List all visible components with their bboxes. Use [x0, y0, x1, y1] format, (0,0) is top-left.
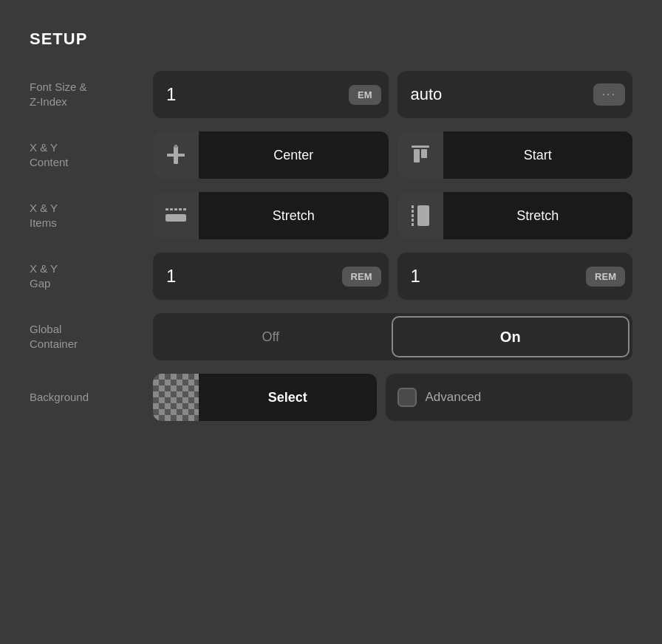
setup-title: SETUP — [30, 30, 632, 49]
font-size-unit-button[interactable]: EM — [349, 85, 381, 105]
items-y-icon-area — [397, 192, 443, 239]
advanced-checkbox[interactable] — [397, 388, 417, 407]
content-y-icon-area — [397, 131, 443, 179]
label-xy-gap: X & YGap — [30, 261, 144, 292]
align-top-icon — [409, 143, 432, 167]
row-font-size-zindex: Font Size &Z-Index 1 EM auto ··· — [30, 71, 632, 118]
svg-rect-4 — [414, 149, 420, 162]
background-checker — [153, 374, 199, 421]
stretch-y-icon — [407, 202, 434, 229]
svg-rect-1 — [167, 154, 185, 157]
ctrl-items-x[interactable]: Stretch — [153, 192, 389, 239]
svg-rect-2 — [174, 145, 177, 148]
svg-rect-9 — [179, 208, 182, 210]
label-font-size-zindex: Font Size &Z-Index — [30, 80, 144, 110]
gap-y-value: 1 — [411, 266, 420, 287]
svg-rect-7 — [170, 208, 173, 210]
stretch-x-icon — [163, 202, 189, 229]
controls-background: Select Advanced — [153, 374, 632, 421]
ctrl-zindex[interactable]: auto ··· — [397, 71, 633, 118]
zindex-value: auto — [411, 85, 443, 104]
ctrl-gap-x[interactable]: 1 REM — [153, 253, 389, 300]
label-xy-items: X & YItems — [30, 201, 144, 231]
ctrl-content-x[interactable]: Center — [153, 131, 389, 179]
ctrl-advanced[interactable]: Advanced — [386, 374, 633, 421]
svg-rect-13 — [412, 210, 414, 213]
svg-rect-10 — [183, 208, 186, 210]
svg-rect-5 — [421, 149, 427, 158]
label-background: Background — [30, 390, 144, 405]
row-global-container: GlobalContainer Off On — [30, 313, 632, 360]
label-xy-content: X & YContent — [30, 140, 144, 171]
gap-x-value: 1 — [166, 266, 176, 287]
items-x-icon-area — [153, 192, 199, 239]
controls-global-container: Off On — [153, 313, 632, 360]
font-size-value: 1 — [166, 84, 176, 105]
row-xy-gap: X & YGap 1 REM 1 REM — [30, 253, 632, 300]
svg-rect-3 — [412, 145, 429, 148]
ctrl-background-select[interactable]: Select — [153, 374, 377, 421]
gap-x-unit-button[interactable]: REM — [342, 267, 381, 287]
svg-rect-6 — [166, 208, 168, 210]
content-x-label: Center — [199, 131, 389, 179]
controls-xy-content: Center Start — [153, 131, 632, 179]
ctrl-content-y[interactable]: Start — [397, 131, 633, 179]
svg-rect-14 — [412, 214, 414, 217]
controls-font-size-zindex: 1 EM auto ··· — [153, 71, 632, 118]
row-background: Background Select Advanced — [30, 374, 632, 421]
items-x-label: Stretch — [199, 192, 389, 239]
zindex-more-button[interactable]: ··· — [593, 83, 625, 106]
advanced-label: Advanced — [426, 390, 482, 405]
ctrl-items-y[interactable]: Stretch — [397, 192, 633, 239]
row-xy-items: X & YItems Stretch — [30, 192, 632, 239]
gap-y-unit-button[interactable]: REM — [586, 267, 625, 287]
center-horizontal-icon — [164, 143, 188, 167]
toggle-off-button[interactable]: Off — [153, 313, 389, 360]
setup-panel: SETUP Font Size &Z-Index 1 EM auto ··· X… — [30, 30, 632, 434]
controls-xy-gap: 1 REM 1 REM — [153, 253, 632, 300]
svg-rect-15 — [412, 219, 414, 222]
svg-rect-17 — [417, 205, 429, 226]
svg-rect-11 — [166, 214, 186, 222]
toggle-on-button[interactable]: On — [392, 316, 630, 357]
svg-rect-12 — [412, 205, 414, 208]
svg-rect-16 — [412, 223, 414, 226]
ctrl-gap-y[interactable]: 1 REM — [397, 253, 633, 300]
controls-xy-items: Stretch Stretch — [153, 192, 632, 239]
ctrl-global-container-toggle: Off On — [153, 313, 632, 360]
svg-rect-8 — [174, 208, 177, 210]
ctrl-font-size[interactable]: 1 EM — [153, 71, 389, 118]
background-select-label[interactable]: Select — [199, 374, 377, 421]
content-y-label: Start — [443, 131, 633, 179]
content-x-icon-area — [153, 131, 199, 179]
row-xy-content: X & YContent Center — [30, 131, 632, 179]
label-global-container: GlobalContainer — [30, 322, 144, 352]
items-y-label: Stretch — [443, 192, 633, 239]
